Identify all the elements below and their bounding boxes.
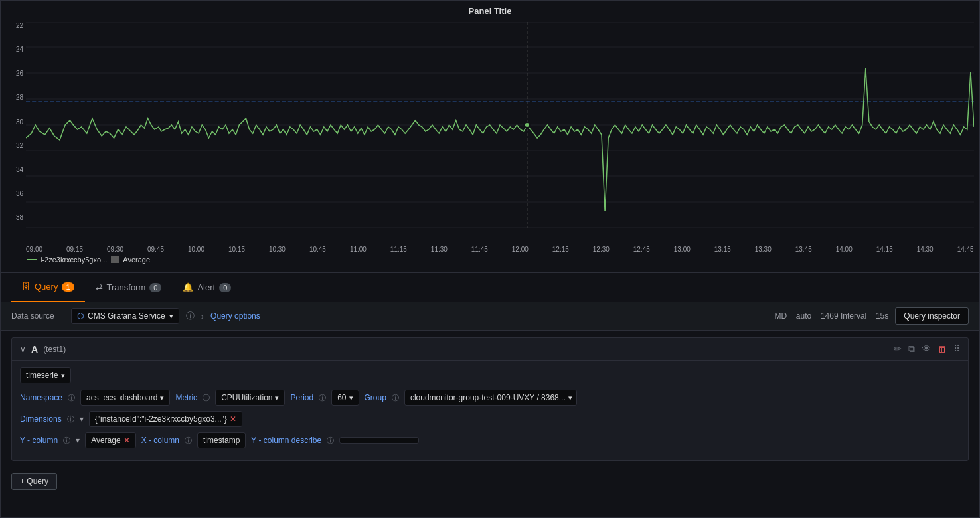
period-chevron-icon: [349, 393, 353, 402]
x-column-text: timestamp: [203, 436, 240, 445]
datasource-value: CMS Grafana Service: [88, 311, 165, 321]
datasource-chevron-icon: [169, 311, 173, 321]
period-select[interactable]: 60: [331, 390, 359, 406]
fields-row-1: Namespace ⓘ acs_ecs_dashboard Metric ⓘ C…: [20, 390, 960, 406]
chart-svg: [26, 22, 974, 228]
query-name: A: [31, 344, 38, 355]
legend-average-label: Average: [123, 256, 150, 264]
datasource-label: Data source: [11, 311, 64, 321]
dimensions-remove-icon[interactable]: ✕: [230, 414, 236, 424]
period-value: 60: [337, 393, 346, 402]
metric-chevron-icon: [275, 393, 279, 402]
x-column-info-icon[interactable]: ⓘ: [185, 436, 192, 446]
y-column-value[interactable]: Average ✕: [85, 432, 135, 448]
y-column-describe-label: Y - column describe: [251, 436, 321, 445]
tab-query-badge: 1: [62, 282, 74, 292]
legend-series-label: i-2ze3krxccby5gxo...: [41, 256, 107, 264]
group-select[interactable]: cloudmonitor-group-test-009-UVXY / 8368.…: [404, 390, 577, 406]
chart-wrapper: 38 36 34 32 30 28 26 24 22: [1, 19, 979, 244]
metric-label: Metric: [175, 393, 197, 402]
dimensions-label: Dimensions: [20, 414, 62, 424]
grafana-datasource-icon: ⬡: [77, 311, 84, 321]
svg-point-11: [525, 122, 530, 128]
tab-transform[interactable]: ⇄ Transform 0: [85, 273, 173, 302]
query-header: ∨ A (test1) ✏ ⧉ 👁 🗑 ⠿: [12, 338, 968, 361]
query-alias: (test1): [43, 345, 66, 354]
delete-icon[interactable]: 🗑: [938, 343, 947, 355]
edit-icon[interactable]: ✏: [894, 343, 902, 355]
tab-query-label: Query: [35, 282, 58, 292]
y-column-info-icon[interactable]: ⓘ: [63, 436, 70, 446]
period-info-icon[interactable]: ⓘ: [319, 393, 326, 403]
y-column-remove-icon[interactable]: ✕: [123, 436, 130, 445]
transform-icon: ⇄: [96, 282, 103, 292]
namespace-chevron-icon: [160, 393, 164, 402]
x-column-input[interactable]: timestamp: [197, 432, 246, 448]
legend-line-icon: [27, 259, 37, 260]
chart-area: Panel Title 38 36 34 32 30 28 26 24 22: [1, 1, 979, 273]
fields-row-3: Y - column ⓘ ▾ Average ✕ X - column ⓘ ti…: [20, 432, 960, 448]
legend-average-icon: [111, 256, 119, 263]
y-column-describe-input[interactable]: [339, 437, 419, 444]
query-options-link[interactable]: Query options: [210, 311, 260, 321]
x-column-label: X - column: [141, 436, 179, 445]
tabs-bar: 🗄 Query 1 ⇄ Transform 0 🔔 Alert 0: [1, 273, 979, 302]
group-info-icon[interactable]: ⓘ: [392, 393, 399, 403]
add-query-button[interactable]: + Query: [11, 473, 57, 490]
datasource-row: Data source ⬡ CMS Grafana Service ⓘ › Qu…: [1, 302, 979, 331]
visibility-icon[interactable]: 👁: [922, 343, 931, 355]
y-column-text: Average: [91, 436, 120, 445]
tab-transform-badge: 0: [149, 283, 161, 292]
fields-row-2: Dimensions ⓘ ▾ {"instanceId":"i-2ze3krxc…: [20, 411, 960, 427]
tab-alert[interactable]: 🔔 Alert 0: [172, 273, 242, 302]
namespace-info-icon[interactable]: ⓘ: [68, 393, 75, 403]
datasource-select[interactable]: ⬡ CMS Grafana Service: [71, 308, 179, 324]
panel-title: Panel Title: [1, 1, 979, 19]
query-options-arrow[interactable]: ›: [201, 311, 204, 321]
tab-query[interactable]: 🗄 Query 1: [11, 273, 85, 302]
datasource-info-icon[interactable]: ⓘ: [186, 310, 195, 322]
bottom-panel: 🗄 Query 1 ⇄ Transform 0 🔔 Alert 0 Data s…: [1, 273, 979, 517]
database-icon: 🗄: [22, 282, 31, 292]
panel-container: Panel Title 38 36 34 32 30 28 26 24 22: [0, 0, 980, 518]
dimensions-text: {"instanceId":"i-2ze3krxccby5gxo3..."}: [95, 414, 227, 424]
bell-icon: 🔔: [183, 282, 193, 292]
group-chevron-icon: [568, 393, 572, 402]
dimensions-info-icon[interactable]: ⓘ: [67, 414, 74, 424]
query-collapse-button[interactable]: ∨: [20, 345, 26, 354]
add-query-row: + Query: [1, 468, 979, 495]
type-select[interactable]: timeserie: [20, 367, 71, 383]
y-column-arrow-icon[interactable]: ▾: [76, 436, 80, 445]
dimensions-arrow-icon[interactable]: ▾: [80, 414, 84, 424]
query-actions: ✏ ⧉ 👁 🗑 ⠿: [894, 343, 960, 355]
copy-icon[interactable]: ⧉: [908, 343, 915, 355]
metric-info-icon[interactable]: ⓘ: [203, 393, 210, 403]
dimensions-value[interactable]: {"instanceId":"i-2ze3krxccby5gxo3..."} ✕: [89, 411, 242, 427]
y-axis-labels: 38 36 34 32 30 28 26 24 22: [1, 19, 26, 224]
namespace-value: acs_ecs_dashboard: [86, 393, 157, 402]
tab-transform-label: Transform: [107, 282, 146, 292]
namespace-label: Namespace: [20, 393, 62, 402]
query-body: timeserie Namespace ⓘ acs_ecs_dashboard …: [12, 361, 968, 460]
type-chevron-icon: [61, 371, 65, 380]
type-value: timeserie: [26, 371, 58, 380]
query-block-a: ∨ A (test1) ✏ ⧉ 👁 🗑 ⠿ timeserie: [11, 337, 969, 461]
period-label: Period: [290, 393, 313, 402]
query-inspector-button[interactable]: Query inspector: [895, 307, 969, 325]
md-info: MD = auto = 1469 Interval = 15s: [775, 311, 889, 321]
metric-select[interactable]: CPUUtilization: [215, 390, 285, 406]
group-value: cloudmonitor-group-test-009-UVXY / 8368.…: [410, 393, 566, 402]
metric-value: CPUUtilization: [221, 393, 272, 402]
tab-alert-badge: 0: [219, 283, 231, 292]
legend-area: i-2ze3krxccby5gxo... Average: [1, 253, 979, 266]
tab-alert-label: Alert: [197, 282, 215, 292]
x-axis-labels: 09:00 09:15 09:30 09:45 10:00 10:15 10:3…: [1, 244, 979, 253]
y-column-label: Y - column: [20, 436, 58, 445]
group-label: Group: [365, 393, 386, 402]
y-column-describe-info-icon[interactable]: ⓘ: [327, 436, 334, 446]
namespace-select[interactable]: acs_ecs_dashboard: [80, 390, 170, 406]
drag-icon[interactable]: ⠿: [953, 343, 960, 355]
